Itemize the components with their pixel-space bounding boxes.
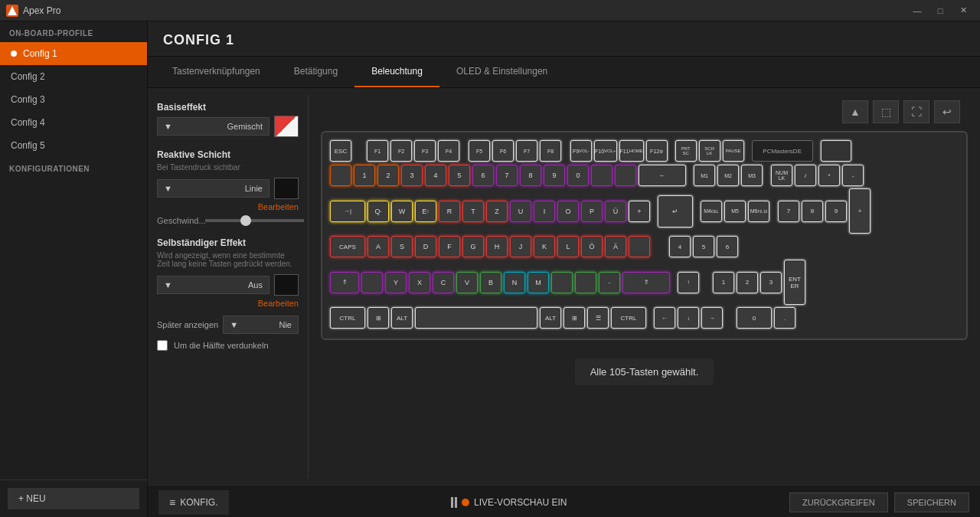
key-j[interactable]: J (510, 236, 531, 257)
key-p[interactable]: P (581, 201, 603, 222)
key-plus[interactable]: + (629, 201, 650, 222)
key-arrow-up[interactable]: ↑ (678, 272, 699, 293)
key-oe[interactable]: Ö (581, 236, 603, 257)
cursor-tool-button[interactable]: ▲ (842, 100, 868, 123)
key-f6[interactable]: F6 (492, 140, 514, 162)
key-6[interactable]: 6 (472, 165, 494, 186)
key-scroll[interactable]: SCRLK (699, 140, 720, 162)
key-arrow-down[interactable]: ↓ (678, 307, 699, 329)
key-f10[interactable]: F10VOL+ (594, 140, 617, 162)
key-r[interactable]: R (439, 201, 460, 222)
key-numplus[interactable]: + (849, 188, 871, 234)
key-lshift[interactable]: ⇑ (330, 272, 359, 293)
key-1[interactable]: 1 (354, 165, 375, 186)
key-ae[interactable]: Ä (605, 236, 626, 257)
key-m6[interactable]: M6F9.16 (748, 201, 769, 222)
key-num2[interactable]: 2 (737, 272, 758, 293)
key-q[interactable]: Q• (368, 201, 389, 222)
selbstandiger-select[interactable]: ▼ Aus (157, 276, 270, 294)
key-z[interactable]: Z (486, 201, 508, 222)
key-0[interactable]: 0 (567, 165, 589, 186)
key-t[interactable]: T (462, 201, 484, 222)
key-f[interactable]: F (439, 236, 460, 257)
maximize-button[interactable]: □ (929, 3, 951, 18)
key-v[interactable]: V (456, 272, 478, 293)
konfig-button[interactable]: ≡ KONFIG. (158, 490, 229, 515)
sidebar-item-config5[interactable]: Config 5 (0, 134, 147, 157)
key-rshift[interactable]: ⇑ (622, 272, 670, 293)
key-f5[interactable]: F5 (469, 140, 490, 162)
selbstandiger-bearbeiten-button[interactable]: Bearbeiten (157, 299, 299, 308)
tab-tastenverknupfungen[interactable]: Tastenverknüpfungen (155, 57, 277, 87)
expand-tool-button[interactable]: ⛶ (903, 100, 929, 123)
key-b[interactable]: B (480, 272, 501, 293)
sidebar-item-config4[interactable]: Config 4 (0, 111, 147, 134)
new-button[interactable]: + NEU (8, 488, 139, 509)
key-num6[interactable]: 6 (717, 236, 738, 257)
basis-effekt-color-swatch[interactable] (274, 116, 299, 137)
key-c[interactable]: C (433, 272, 454, 293)
key-arrow-left[interactable]: ← (654, 307, 675, 329)
key-g[interactable]: G (462, 236, 484, 257)
key-i[interactable]: I (534, 201, 555, 222)
key-numdot[interactable]: . (774, 307, 795, 329)
key-esc[interactable]: ESC (330, 140, 351, 162)
key-num3[interactable]: 3 (760, 272, 782, 293)
key-rctrl[interactable]: CTRL (611, 307, 646, 329)
key-e[interactable]: E€ (415, 201, 436, 222)
key-m[interactable]: M (528, 272, 549, 293)
key-m5[interactable]: M5 (724, 201, 746, 222)
key-2[interactable]: 2 (377, 165, 399, 186)
key-f12[interactable]: F12⚙ (646, 140, 668, 162)
key-pause[interactable]: PAUSE (723, 140, 744, 162)
key-topright[interactable] (821, 140, 851, 162)
key-arrow-right[interactable]: → (701, 307, 723, 329)
key-num1[interactable]: 1 (713, 272, 734, 293)
key-hash[interactable] (629, 236, 650, 257)
key-5[interactable]: 5 (449, 165, 470, 186)
key-num7[interactable]: 7 (778, 201, 799, 222)
tab-beleuchtung[interactable]: Beleuchtung (354, 57, 439, 87)
key-lwin[interactable]: ⊞ (368, 307, 389, 329)
key-f2[interactable]: F2 (390, 140, 412, 162)
key-angle[interactable] (361, 272, 383, 293)
key-caps[interactable]: CAPS (330, 236, 365, 257)
tab-oled[interactable]: OLED & Einstellungen (439, 57, 564, 87)
key-l[interactable]: L (557, 236, 579, 257)
key-4[interactable]: 4 (425, 165, 446, 186)
key-dash[interactable]: - (599, 272, 620, 293)
key-f8[interactable]: F8 (540, 140, 561, 162)
key-f11[interactable]: F11HOME (619, 140, 644, 162)
key-x[interactable]: X (409, 272, 430, 293)
key-numslash[interactable]: / (795, 165, 816, 186)
key-m1[interactable]: M1 (694, 165, 715, 186)
key-u[interactable]: U (510, 201, 531, 222)
key-num4[interactable]: 4 (669, 236, 691, 257)
key-rwin[interactable]: ⊞ (564, 307, 585, 329)
key-backspace[interactable]: ← (639, 165, 686, 186)
key-backtick[interactable] (330, 165, 351, 186)
key-numminus[interactable]: - (842, 165, 864, 186)
key-3[interactable]: 3 (401, 165, 423, 186)
key-dot[interactable] (575, 272, 596, 293)
key-ue[interactable]: Ü (605, 201, 626, 222)
key-tab[interactable]: →| (330, 201, 365, 222)
sidebar-item-config1[interactable]: Config 1 (0, 42, 147, 65)
key-num0[interactable]: 0 (737, 307, 772, 329)
speichern-button[interactable]: SPEICHERN (894, 492, 969, 512)
key-h[interactable]: H (486, 236, 508, 257)
select-tool-button[interactable]: ⬚ (873, 100, 899, 123)
key-y[interactable]: Y (385, 272, 407, 293)
key-num9[interactable]: 9 (825, 201, 847, 222)
close-button[interactable]: ✕ (952, 3, 974, 18)
key-s[interactable]: S (391, 236, 413, 257)
key-minus[interactable] (591, 165, 612, 186)
key-7[interactable]: 7 (496, 165, 518, 186)
key-lalt[interactable]: ALT (391, 307, 413, 329)
reaktive-bearbeiten-button[interactable]: Bearbeiten (157, 202, 299, 211)
key-w[interactable]: W (391, 201, 413, 222)
basis-effekt-select[interactable]: ▼ Gemischt (157, 117, 270, 136)
key-comma[interactable] (551, 272, 573, 293)
speed-slider[interactable] (205, 219, 304, 222)
key-space[interactable] (415, 307, 537, 329)
